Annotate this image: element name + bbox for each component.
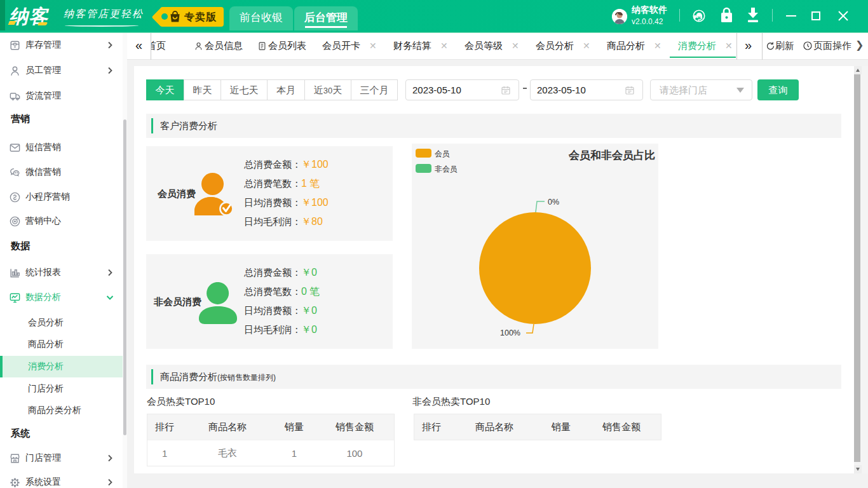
- svg-text:100%: 100%: [500, 329, 520, 337]
- svg-text:0%: 0%: [548, 198, 559, 207]
